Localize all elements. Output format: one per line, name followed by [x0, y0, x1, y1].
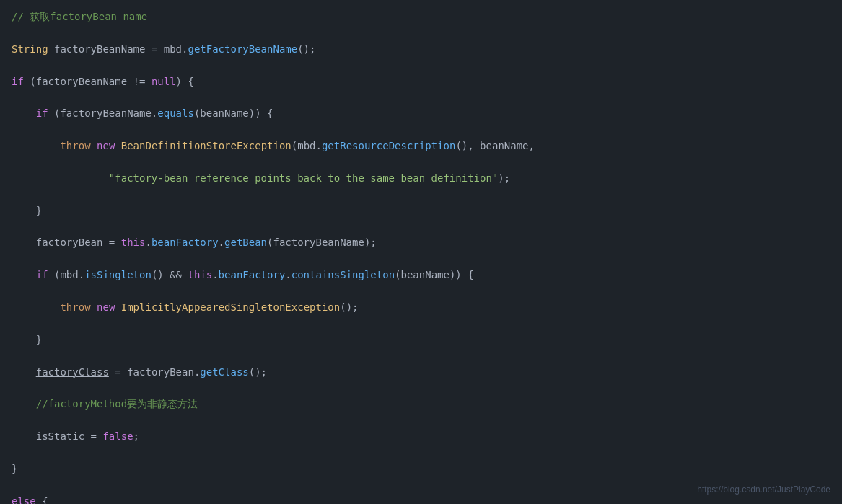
code-line: } — [12, 332, 830, 348]
code-line: // 获取factoryBean name — [12, 9, 830, 25]
code-line: if (factoryBeanName.equals(beanName)) { — [12, 105, 830, 121]
code-line: //factoryMethod要为非静态方法 — [12, 396, 830, 412]
code-line: String factoryBeanName = mbd.getFactoryB… — [12, 41, 830, 57]
code-line: throw new ImplicitlyAppearedSingletonExc… — [12, 299, 830, 315]
code-container: // 获取factoryBean name String factoryBean… — [0, 0, 842, 504]
code-line: } — [12, 203, 830, 218]
code-line: "factory-bean reference points back to t… — [12, 170, 830, 186]
code-line: isStatic = false; — [12, 428, 830, 444]
code-line: } — [12, 461, 830, 477]
code-block: // 获取factoryBean name String factoryBean… — [12, 9, 830, 504]
code-line: factoryClass = factoryBean.getClass(); — [12, 364, 830, 380]
code-line: factoryBean = this.beanFactory.getBean(f… — [12, 234, 830, 250]
code-line: if (factoryBeanName != null) { — [12, 74, 830, 89]
code-line: if (mbd.isSingleton() && this.beanFactor… — [12, 267, 830, 283]
code-line: throw new BeanDefinitionStoreException(m… — [12, 138, 830, 154]
type-keyword: String — [12, 43, 48, 55]
comment: // 获取factoryBean name — [12, 11, 147, 22]
watermark: https://blog.csdn.net/JustPlayCode — [697, 483, 830, 497]
if-keyword: if — [12, 76, 24, 87]
